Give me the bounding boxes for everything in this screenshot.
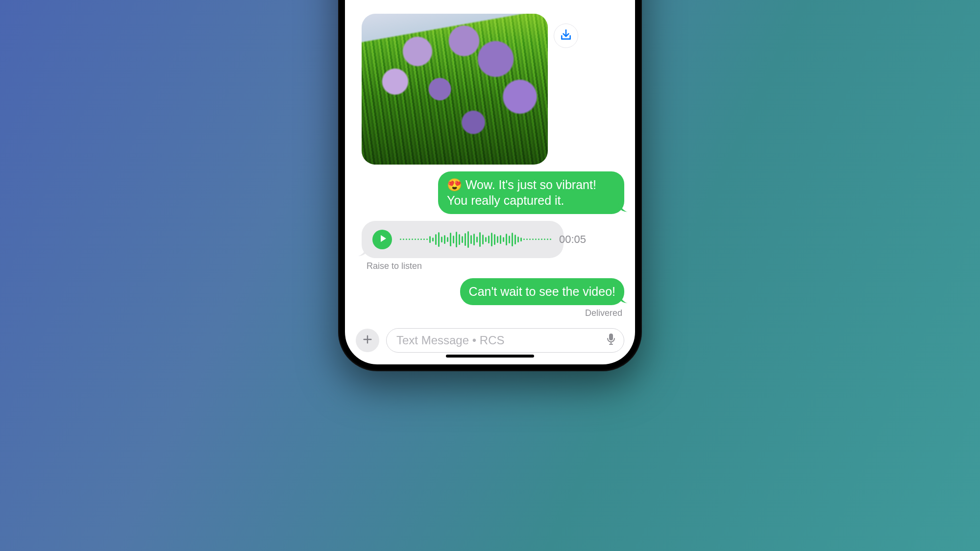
outgoing-row-2: Can't wait to see the video! <box>356 278 624 305</box>
photo-message[interactable] <box>362 14 548 165</box>
audio-waveform[interactable] <box>400 230 551 249</box>
add-attachment-button[interactable] <box>356 329 379 352</box>
raise-to-listen-hint: Raise to listen <box>367 261 624 271</box>
download-button[interactable] <box>554 24 578 48</box>
audio-duration: 00:05 <box>559 233 586 246</box>
input-placeholder: Text Message • RCS <box>396 334 504 347</box>
dictation-button[interactable] <box>605 335 617 346</box>
svg-rect-1 <box>611 342 612 344</box>
outgoing-message-2[interactable]: Can't wait to see the video! <box>460 278 624 305</box>
audio-message[interactable]: 00:05 <box>362 221 564 258</box>
delivery-status: Delivered <box>356 308 624 318</box>
outgoing-row-1: 😍 Wow. It's just so vibrant! You really … <box>356 171 624 214</box>
incoming-audio-row: 00:05 <box>356 221 624 258</box>
message-input[interactable]: Text Message • RCS <box>386 328 624 353</box>
phone-frame: 😍 Wow. It's just so vibrant! You really … <box>338 0 642 371</box>
input-bar: Text Message • RCS <box>345 324 635 364</box>
outgoing-message-1[interactable]: 😍 Wow. It's just so vibrant! You really … <box>438 171 624 214</box>
phone-screen: 😍 Wow. It's just so vibrant! You really … <box>345 0 635 364</box>
svg-rect-0 <box>609 334 613 340</box>
incoming-photo-row <box>362 14 624 165</box>
home-indicator[interactable] <box>446 355 534 358</box>
play-icon <box>378 235 387 244</box>
message-text: Can't wait to see the video! <box>469 285 615 298</box>
play-button[interactable] <box>372 230 392 249</box>
download-icon <box>560 28 572 43</box>
microphone-icon <box>606 334 616 347</box>
plus-icon <box>362 334 373 347</box>
message-text: 😍 Wow. It's just so vibrant! You really … <box>447 178 596 207</box>
svg-rect-2 <box>609 344 613 345</box>
messages-thread[interactable]: 😍 Wow. It's just so vibrant! You really … <box>345 0 635 324</box>
